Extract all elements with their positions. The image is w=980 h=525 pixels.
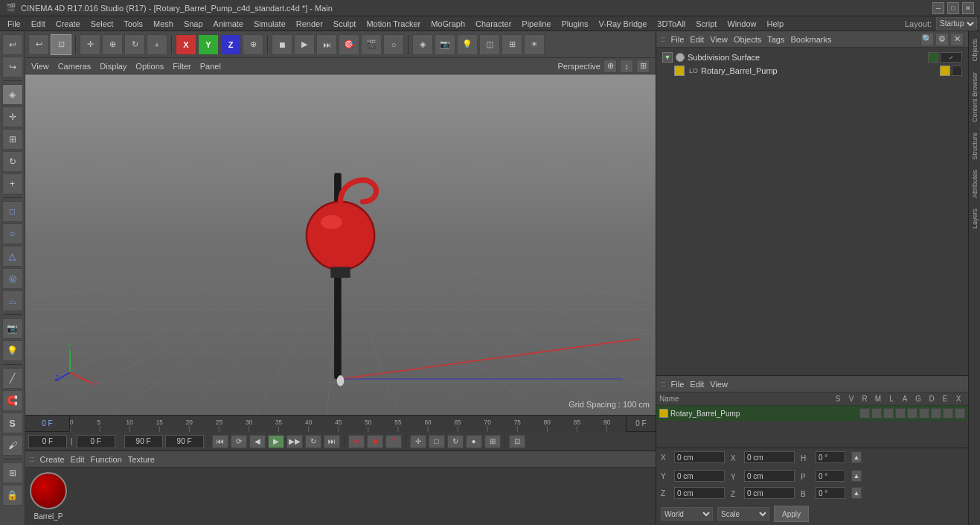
tool-rotate[interactable]: ↻ (2, 151, 23, 172)
menu-create[interactable]: Create (51, 18, 85, 30)
apply-button[interactable]: Apply (774, 506, 809, 522)
obj-close-btn[interactable]: ✕ (950, 33, 964, 46)
transport-loop[interactable]: ↻ (305, 435, 321, 448)
obj-tree-item-subdivision[interactable]: ▼ Subdivision Surface ✓ (659, 51, 965, 64)
attr-p-up[interactable]: ▲ (851, 470, 862, 482)
obj-row-icon-8[interactable] (943, 408, 953, 419)
tool-scale[interactable]: ⊞ (2, 129, 23, 150)
transport-frame-current[interactable] (77, 435, 115, 448)
transport-frame-start[interactable] (28, 435, 67, 448)
menu-mesh[interactable]: Mesh (149, 18, 178, 30)
timeline-track[interactable]: 0 5 10 15 20 25 30 35 40 45 50 55 (70, 416, 626, 432)
viewport-3d[interactable]: X Y Z Grid Spacing : 100 cm (25, 74, 656, 415)
obj-row-icon-1[interactable] (859, 408, 870, 419)
attr-x-pos2-input[interactable] (744, 451, 795, 463)
tb-scene[interactable]: 🎬 (361, 34, 382, 55)
tool-cone[interactable]: △ (2, 246, 23, 267)
transport-play[interactable]: ▶ (268, 435, 284, 448)
attr-b-up[interactable]: ▲ (851, 487, 862, 499)
tool-torus[interactable]: ◎ (2, 268, 23, 289)
obj-check-1[interactable] (928, 52, 938, 63)
tool-magnet[interactable]: 🧲 (2, 390, 23, 411)
transport-move2[interactable]: ✛ (410, 435, 426, 448)
menu-3dtoall[interactable]: 3DToAll (653, 18, 690, 30)
tool-camera[interactable]: 📷 (2, 318, 23, 339)
tool-redo[interactable]: ↪ (2, 57, 23, 77)
obj-tags[interactable]: Tags (767, 35, 784, 44)
obj-view[interactable]: View (710, 35, 728, 44)
menu-animate[interactable]: Animate (209, 18, 248, 30)
side-tab-content[interactable]: Content Browser (970, 68, 980, 127)
menu-select[interactable]: Select (86, 18, 118, 30)
tool-light[interactable]: 💡 (2, 340, 23, 361)
obj-bot-edit[interactable]: Edit (690, 380, 704, 389)
obj-search-btn[interactable]: 🔍 (920, 33, 934, 46)
transport-dot[interactable]: ● (466, 435, 482, 448)
tb-scale2[interactable]: ⊕ (102, 34, 123, 55)
transport-rect[interactable]: □ (429, 435, 445, 448)
tb-transform[interactable]: + (147, 34, 167, 55)
obj-file[interactable]: File (671, 35, 685, 44)
tool-grid[interactable]: ⊞ (2, 462, 23, 483)
vp-btn-3[interactable]: ⊞ (636, 60, 650, 73)
transport-frame-end[interactable] (124, 435, 163, 448)
tool-move[interactable]: ✛ (2, 106, 23, 127)
tool-paint[interactable]: 🖌 (2, 435, 23, 456)
mat-function[interactable]: Function (91, 455, 122, 464)
transport-next[interactable]: ▶▶ (286, 435, 303, 448)
obj-row-icon-3[interactable] (883, 408, 894, 419)
menu-file[interactable]: File (3, 18, 25, 30)
coord-system-selector[interactable]: World (661, 507, 713, 521)
transport-layout2[interactable]: ⊡ (509, 435, 525, 448)
vp-panel[interactable]: Panel (200, 62, 221, 71)
vp-btn-1[interactable]: ⊕ (603, 60, 617, 73)
transport-record-mode[interactable]: ⊕ (348, 435, 365, 448)
attr-y-pos-input[interactable] (674, 470, 725, 482)
tool-s[interactable]: S (2, 413, 23, 433)
menu-snap[interactable]: Snap (179, 18, 208, 30)
obj-row-icon-7[interactable] (931, 408, 941, 419)
transport-last-frame[interactable]: ⏭ (324, 435, 340, 448)
tb-sphere2[interactable]: ○ (383, 34, 404, 55)
transport-prev[interactable]: ◀ (249, 435, 266, 448)
menu-pipeline[interactable]: Pipeline (517, 18, 555, 30)
mat-create[interactable]: Create (40, 455, 65, 464)
tb-render-active[interactable]: 🎯 (339, 34, 359, 55)
side-tab-structure[interactable]: Structure (970, 128, 980, 165)
transport-grid2[interactable]: ⊞ (484, 435, 501, 448)
transport-rotate2[interactable]: ↻ (447, 435, 464, 448)
menu-plugins[interactable]: Plugins (557, 18, 592, 30)
attr-z-pos-input[interactable] (674, 487, 725, 499)
obj-bot-view[interactable]: View (710, 380, 728, 389)
menu-simulate[interactable]: Simulate (249, 18, 290, 30)
obj-row-icon-9[interactable] (955, 408, 965, 419)
obj-table-row-barrel[interactable]: Rotary_Barrel_Pump (656, 406, 968, 421)
transport-first-frame[interactable]: ⏮ (212, 435, 228, 448)
tb-all[interactable]: ⊕ (243, 34, 263, 55)
tool-lock[interactable]: 🔒 (2, 485, 23, 506)
menu-vray[interactable]: V-Ray Bridge (595, 18, 652, 30)
tb-render-all[interactable]: ▶ (294, 34, 315, 55)
tool-sphere[interactable]: ○ (2, 223, 23, 244)
transport-prev-frame[interactable]: ⟳ (231, 435, 247, 448)
tb-z[interactable]: Z (220, 34, 241, 55)
obj-edit[interactable]: Edit (690, 35, 704, 44)
attr-y-pos2-input[interactable] (744, 470, 795, 482)
tb-material[interactable]: ◫ (479, 34, 500, 55)
tool-plus[interactable]: + (2, 174, 23, 194)
layout-selector[interactable]: Startup (936, 17, 977, 31)
tb-rotate2[interactable]: ↻ (124, 34, 145, 55)
tool-line[interactable]: ╱ (2, 368, 23, 389)
attr-b-input[interactable] (816, 487, 845, 499)
tb-camera2[interactable]: 📷 (435, 34, 455, 55)
menu-window[interactable]: Window (723, 18, 760, 30)
attr-z-pos2-input[interactable] (744, 487, 795, 499)
maximize-button[interactable]: □ (947, 2, 959, 14)
obj-bookmarks[interactable]: Bookmarks (790, 35, 831, 44)
obj-row-icon-6[interactable] (919, 408, 929, 419)
minimize-button[interactable]: ─ (932, 2, 944, 14)
attr-p-input[interactable] (816, 470, 845, 482)
mat-texture[interactable]: Texture (128, 455, 155, 464)
vp-view[interactable]: View (31, 62, 49, 71)
tb-render-seq[interactable]: ⏭ (316, 34, 337, 55)
